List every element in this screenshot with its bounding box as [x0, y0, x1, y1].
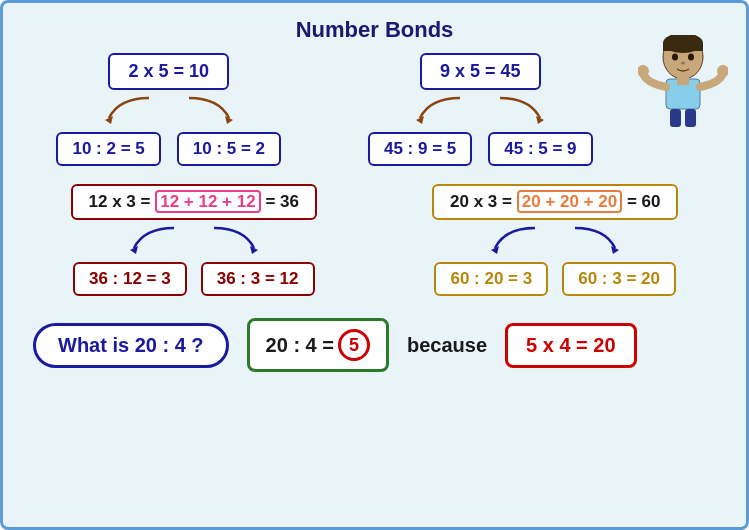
mid-right-arrow-svg: [475, 226, 635, 256]
mult-group-left: 12 x 3 = 12 + 12 + 12 = 36 36 : 12 = 3 3…: [71, 184, 317, 296]
mid-right-arrows: [475, 226, 635, 256]
mid-right-top: 20 x 3 = 20 + 20 + 20 = 60: [432, 184, 678, 220]
mid-left-highlight: 12 + 12 + 12: [155, 190, 260, 213]
mid-left-arrows: [114, 226, 274, 256]
mid-left-bottom-left: 36 : 12 = 3: [73, 262, 187, 296]
mult-group-right: 20 x 3 = 20 + 20 + 20 = 60 60 : 20 = 3 6…: [432, 184, 678, 296]
because-text: because: [407, 334, 487, 357]
top-left-equation: 2 x 5 = 10: [108, 53, 229, 90]
top-right-arrow-svg: [400, 96, 560, 126]
main-container: Number Bonds: [0, 0, 749, 530]
bottom-section: What is 20 : 4 ? 20 : 4 = 5 because 5 x …: [13, 310, 736, 380]
mid-left-bottom-row: 36 : 12 = 3 36 : 3 = 12: [73, 262, 315, 296]
answer-equation-prefix: 20 : 4 =: [266, 334, 334, 357]
top-left-bottom-row: 10 : 2 = 5 10 : 5 = 2: [56, 132, 281, 166]
answer-circle: 5: [338, 329, 370, 361]
svg-rect-2: [663, 43, 703, 51]
mid-right-prefix: 20 x 3 =: [450, 192, 517, 211]
bond-group-right: 9 x 5 = 45 45 : 9 = 5 45 : 5 = 9: [368, 53, 593, 166]
mid-right-suffix: = 60: [622, 192, 660, 211]
mid-right-bottom-row: 60 : 20 = 3 60 : 3 = 20: [434, 262, 676, 296]
top-left-arrows: [89, 96, 249, 126]
top-right-arrows: [400, 96, 560, 126]
verify-box: 5 x 4 = 20: [505, 323, 637, 368]
mid-left-prefix: 12 x 3 =: [89, 192, 156, 211]
mid-right-bottom-left: 60 : 20 = 3: [434, 262, 548, 296]
top-right-bottom-row: 45 : 9 = 5 45 : 5 = 9: [368, 132, 593, 166]
top-section: 2 x 5 = 10 10 : 2 = 5 10 : 5 = 2 9 x 5 =…: [13, 53, 736, 166]
mid-right-highlight: 20 + 20 + 20: [517, 190, 622, 213]
page-title: Number Bonds: [13, 17, 736, 43]
top-left-arrow-svg: [89, 96, 249, 126]
top-left-bottom-left: 10 : 2 = 5: [56, 132, 160, 166]
mid-left-arrow-svg: [114, 226, 274, 256]
top-right-equation: 9 x 5 = 45: [420, 53, 541, 90]
mid-left-suffix: = 36: [261, 192, 299, 211]
middle-section: 12 x 3 = 12 + 12 + 12 = 36 36 : 12 = 3 3…: [13, 184, 736, 296]
top-left-bottom-right: 10 : 5 = 2: [177, 132, 281, 166]
mid-left-bottom-right: 36 : 3 = 12: [201, 262, 315, 296]
top-right-bottom-right: 45 : 5 = 9: [488, 132, 592, 166]
top-right-bottom-left: 45 : 9 = 5: [368, 132, 472, 166]
mid-right-bottom-right: 60 : 3 = 20: [562, 262, 676, 296]
bond-group-left: 2 x 5 = 10 10 : 2 = 5 10 : 5 = 2: [56, 53, 281, 166]
answer-box: 20 : 4 = 5: [247, 318, 389, 372]
mid-left-top: 12 x 3 = 12 + 12 + 12 = 36: [71, 184, 317, 220]
question-box: What is 20 : 4 ?: [33, 323, 229, 368]
